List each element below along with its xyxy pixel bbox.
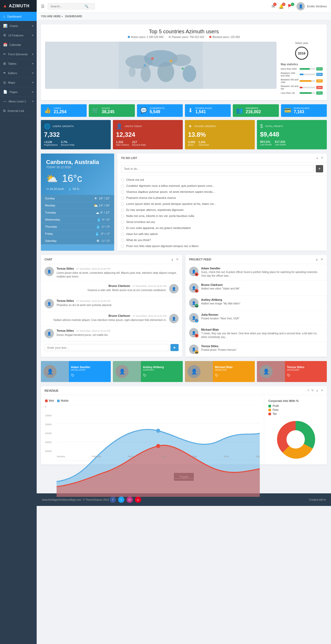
year-circle[interactable]: 2016: [295, 47, 308, 60]
footer-value: 217: [132, 140, 146, 144]
todo-add-button[interactable]: +: [316, 165, 323, 172]
todo-item[interactable]: Curabitur dignissim nunc a tellus euismo…: [117, 183, 327, 189]
todo-item[interactable]: Ex has semper alterum, expetenda digniss…: [117, 207, 327, 213]
todo-item[interactable]: Ei cum solet appareat, ex est graeci med…: [117, 225, 327, 231]
todo-item[interactable]: Have fun with blur admin: [117, 231, 327, 237]
revenue-minimize-icon[interactable]: ▲: [316, 389, 319, 392]
flag-icon[interactable]: 🚩 2: [288, 4, 293, 9]
mail-icon[interactable]: ✉ 3: [272, 4, 275, 9]
chart-area: 50000 40000 30000 20000 10000 0: [45, 405, 260, 458]
revenue-refresh-icon[interactable]: ↻: [311, 389, 314, 392]
todo-checkbox[interactable]: [121, 227, 124, 230]
pinterest-icon[interactable]: p: [135, 496, 141, 503]
todo-item[interactable]: Check me out: [117, 177, 327, 183]
feed-close-icon[interactable]: ✕: [321, 258, 323, 261]
sidebar-item-pages[interactable]: 📄Pages▾: [0, 87, 37, 97]
sidebar-item-form-elements[interactable]: ✏Form Elements▾: [0, 50, 37, 59]
todo-item[interactable]: Proin non felis vitae ipsum dignissim te…: [117, 243, 327, 249]
todo-checkbox[interactable]: [121, 221, 124, 224]
weather-day: Friday: [45, 232, 94, 235]
stat-card-comments: 💬 COMMENTS 5,549: [137, 104, 183, 117]
team-member-role: MENECER: [215, 369, 227, 371]
big-stat-title: USERS GROWTH: [53, 125, 74, 128]
chat-timestamp: 27 December, 2016 at 16:31 PM: [133, 315, 167, 317]
todo-checkbox[interactable]: [121, 203, 124, 206]
todo-checkbox[interactable]: [121, 215, 124, 218]
todo-item[interactable]: Lorem ipsum dolor sit amet, possit deniq…: [117, 201, 327, 207]
team-card-action-icon[interactable]: ↻: [287, 373, 290, 378]
todo-item[interactable]: Praesent viverra nisl a pharetra viverra: [117, 195, 327, 201]
sidebar-item-calendar[interactable]: 📅Calendar: [0, 40, 37, 50]
sidebar-item-external-link[interactable]: ⧉External Link: [0, 106, 37, 116]
todo-checkbox[interactable]: [121, 190, 124, 194]
nav-label: Charts: [9, 24, 18, 28]
nav-arrow-icon: ▾: [32, 53, 34, 56]
todo-checkbox[interactable]: [121, 239, 124, 242]
big-stat-title: PICKED ORDERS: [195, 125, 216, 128]
todo-checkbox[interactable]: [121, 184, 124, 188]
nav-arrow-icon: ▾: [32, 91, 34, 93]
sidebar-item-ui-features[interactable]: ⚙UI Features▾: [0, 31, 37, 40]
stat-bar-row: Between 10M and 50M 25%: [281, 72, 323, 77]
sidebar-item-charts[interactable]: 📊Charts▾: [0, 21, 37, 31]
todo-item[interactable]: Vivamus dapibus pulvinar ipsum, sit amet…: [117, 189, 327, 195]
stat-card-value: 5,549: [150, 110, 165, 114]
sidebar-item-editors[interactable]: ✒Editors▾: [0, 68, 37, 78]
stat-bar-row: Between 1M and 5M 18%: [281, 85, 323, 90]
nav-icon: ✏: [3, 52, 6, 56]
instagram-icon[interactable]: in: [126, 496, 133, 503]
todo-input[interactable]: [121, 165, 314, 172]
menu-toggle-icon[interactable]: ☰: [41, 4, 45, 9]
sidebar-item-dashboard[interactable]: ⌂Dashboard: [0, 12, 37, 21]
chat-close-icon[interactable]: ✕: [176, 258, 179, 261]
bell-icon[interactable]: 🔔 5: [279, 4, 284, 9]
nav-arrow-icon: ▾: [32, 62, 34, 65]
todo-item[interactable]: What do you think?: [117, 237, 327, 243]
todo-checkbox[interactable]: [121, 233, 124, 236]
twitter-icon[interactable]: t: [118, 496, 124, 503]
user-info[interactable]: 👤 Emilio Verdines: [296, 2, 327, 10]
y-label-1: 10000: [45, 414, 56, 417]
chat-input[interactable]: [45, 344, 168, 351]
chat-message: 👤 Tereza Stiles 27 December, 2016 at 16:…: [41, 296, 182, 311]
big-stats-row: 🌐 USERS GROWTH 7,332 +1130Registrations3…: [41, 120, 327, 149]
chat-avatar: 👤: [169, 314, 179, 323]
feed-minimize-icon[interactable]: ▲: [315, 258, 318, 261]
todo-checkbox[interactable]: [121, 209, 124, 212]
x-jul: July: [256, 455, 260, 458]
sidebar-item-tables[interactable]: ⊞Tables▾: [0, 59, 37, 68]
team-card-action-icon[interactable]: ↻: [71, 373, 74, 378]
todo-minimize-icon[interactable]: ▲: [316, 156, 319, 160]
todo-checkbox[interactable]: [121, 197, 124, 200]
todo-close-icon[interactable]: ✕: [321, 156, 323, 160]
todo-item[interactable]: Simul erroribus ad usu: [117, 219, 327, 225]
nav-icon: —: [3, 99, 7, 103]
todo-item[interactable]: Nulla nisl urna, lobortis in leo vel, po…: [117, 213, 327, 219]
search-input[interactable]: [51, 5, 85, 8]
facebook-icon[interactable]: f: [110, 496, 116, 503]
nav-icon: 📄: [3, 90, 7, 94]
pie-tax-dot: [268, 413, 271, 415]
sidebar-item-maps[interactable]: ◎Maps▾: [0, 78, 37, 87]
todo-checkbox[interactable]: [121, 245, 124, 248]
map-stat-passive: Passive users: 756 022 010: [169, 36, 204, 39]
feed-item-content: Michael Blair "I mean, they say you die …: [201, 328, 323, 339]
sidebar-item-menu-level-1[interactable]: —Menu Level 1▾: [0, 97, 37, 106]
revenue-expand-icon[interactable]: ↗: [307, 389, 309, 392]
revenue-close-icon[interactable]: ✕: [321, 389, 323, 392]
bottom-section: CHAT ▲ ✕ 👤 Tereza Stiles 27 December, 20…: [41, 255, 327, 357]
feed-item-content: Adam Sandler Guys, check this out: A pol…: [201, 267, 323, 278]
team-card-action-icon[interactable]: ↻: [143, 373, 146, 378]
weather-day: Sunday: [45, 197, 93, 200]
todo-checkbox[interactable]: [121, 178, 124, 182]
team-member-role: SUPPORT: [143, 369, 154, 371]
stat-bar-row: Between 5M and 10M 75%: [281, 78, 323, 84]
x-may: May: [192, 455, 197, 458]
nav-icon: 📅: [3, 43, 7, 47]
weather-day: Thursday: [45, 225, 95, 228]
chat-minimize-icon[interactable]: ▲: [171, 258, 174, 261]
weather-forecast-temp: 8° / 12°: [101, 211, 110, 214]
chat-send-button[interactable]: ➤: [170, 344, 179, 351]
team-card-action-icon[interactable]: ↻: [215, 373, 218, 378]
todo-card: TO DO LIST ▲ ✕ + Check me outCurabitur d…: [117, 154, 327, 251]
